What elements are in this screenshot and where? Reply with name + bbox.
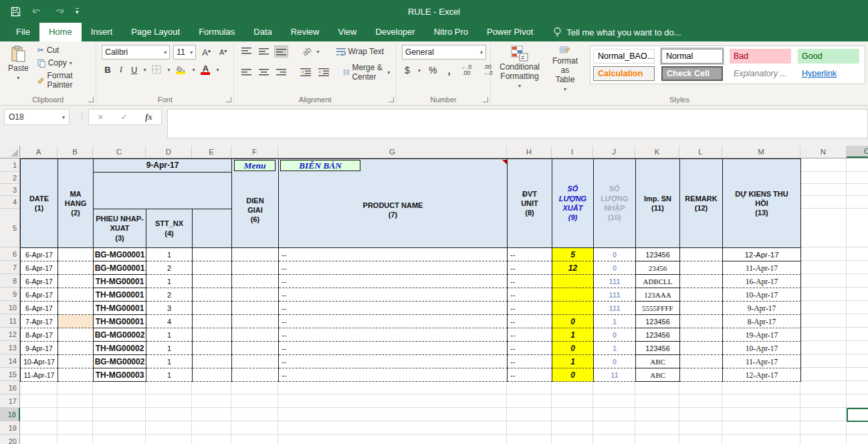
cell-F6[interactable]	[232, 248, 279, 261]
cell-B6[interactable]	[58, 248, 94, 261]
cell-E11[interactable]	[193, 315, 232, 328]
cell-F7[interactable]	[232, 261, 279, 275]
cell-E14[interactable]	[193, 355, 232, 368]
column-header-E[interactable]: E	[192, 146, 231, 158]
cell-E13[interactable]	[193, 342, 232, 355]
cell-C9[interactable]: TH-MG00001	[94, 288, 146, 302]
cell-L15[interactable]	[680, 368, 723, 382]
header-product-name[interactable]: PRODUCT NAME (7)	[279, 173, 508, 248]
cell-D13[interactable]: 1	[146, 342, 193, 355]
cell-C16[interactable]	[93, 381, 146, 395]
cell-L19[interactable]	[679, 421, 722, 435]
cell-B18[interactable]	[58, 408, 93, 421]
header-du-kien-thu-hoi[interactable]: DỰ KIENS THU HỒI (13)	[723, 159, 801, 248]
cell-D6[interactable]: 1	[146, 248, 193, 261]
cell-K18[interactable]	[635, 408, 679, 421]
cell-O2[interactable]	[847, 172, 868, 184]
cell-B14[interactable]	[58, 355, 94, 368]
cell-F8[interactable]	[232, 275, 279, 288]
cell-H15[interactable]: --	[508, 368, 552, 382]
cell-H12[interactable]: --	[508, 328, 552, 342]
cell-K12[interactable]: 123456	[636, 328, 680, 342]
cell-A7[interactable]: 6-Apr-17	[21, 261, 58, 275]
cell-H19[interactable]	[507, 421, 552, 435]
row-header-17[interactable]: 17	[0, 395, 20, 408]
top-align-button[interactable]	[239, 45, 253, 58]
cut-button[interactable]: ✂Cut	[35, 45, 94, 56]
copy-dropdown-arrow[interactable]: ▾	[70, 60, 72, 66]
cell-C15[interactable]: TH-MG00003	[94, 368, 146, 382]
cell-M9[interactable]: 10-Apr-17	[723, 288, 801, 302]
cell-L9[interactable]	[680, 288, 723, 302]
row-header-15[interactable]: 15	[0, 368, 20, 381]
cell-C13[interactable]: TH-MG00002	[94, 342, 146, 355]
cell-G8[interactable]: --	[279, 275, 508, 288]
cell-H9[interactable]: --	[508, 288, 552, 302]
font-size-combo[interactable]: 11▾	[173, 45, 196, 60]
cell-style-explanatory[interactable]: Explanatory ...	[730, 66, 791, 81]
row-header-19[interactable]: 19	[0, 421, 20, 435]
cell-O4[interactable]	[847, 196, 868, 209]
cell-O17[interactable]	[847, 395, 868, 408]
row-header-9[interactable]: 9	[0, 288, 20, 301]
cell-F12[interactable]	[232, 328, 279, 342]
formula-input[interactable]	[167, 109, 868, 138]
cell-style-calculation[interactable]: Calculation	[593, 66, 655, 81]
cell-K10[interactable]: 5555FFFF	[636, 302, 680, 315]
cell-B17[interactable]	[58, 395, 93, 408]
row-header-4[interactable]: 4	[0, 196, 20, 209]
cell-H10[interactable]: --	[508, 302, 552, 315]
cell-K11[interactable]: 123456	[636, 315, 680, 328]
align-right-button[interactable]	[274, 66, 288, 78]
cell-O15[interactable]	[847, 368, 868, 381]
column-header-B[interactable]: B	[58, 146, 93, 158]
redo-icon[interactable]	[53, 7, 65, 16]
format-painter-button[interactable]: Format Painter	[35, 70, 94, 90]
cell-style-check-cell[interactable]: Check Cell	[661, 66, 723, 81]
format-as-table-dropdown-arrow[interactable]: ▾	[564, 86, 566, 92]
cell-M19[interactable]	[722, 421, 800, 435]
cell-H13[interactable]: --	[508, 342, 552, 355]
cell-B20[interactable]	[58, 435, 93, 444]
ribbon-tab-developer[interactable]: Developer	[366, 23, 424, 41]
header-imp-sn[interactable]: Imp. SN (11)	[636, 159, 680, 248]
cell-B19[interactable]	[58, 421, 93, 435]
merge-center-button[interactable]: Merge & Center▾	[342, 62, 392, 82]
cell-K19[interactable]	[635, 421, 679, 435]
cell-M20[interactable]	[722, 435, 800, 444]
cell-D15[interactable]: 1	[146, 368, 193, 382]
cell-style-hyperlink[interactable]: Hyperlink	[798, 66, 859, 81]
cell-style-good[interactable]: Good	[798, 49, 859, 64]
cell-C19[interactable]	[93, 421, 146, 435]
cell-E15[interactable]	[193, 368, 232, 382]
cell-J17[interactable]	[593, 395, 635, 408]
cell-I11[interactable]: 0	[552, 315, 594, 328]
increase-decimal-button[interactable]: ←.0.00	[459, 64, 475, 78]
orientation-dropdown-arrow[interactable]: ▾	[317, 49, 320, 55]
fill-color-button[interactable]	[173, 65, 189, 75]
cell-N11[interactable]	[800, 314, 847, 328]
cell-F11[interactable]	[232, 315, 279, 328]
row-header-18[interactable]: 18	[0, 408, 20, 421]
cell-I7[interactable]: 12	[552, 261, 594, 275]
row-header-6[interactable]: 6	[0, 247, 20, 261]
cell-E19[interactable]	[192, 421, 231, 435]
cell-I17[interactable]	[552, 395, 593, 408]
cell-B8[interactable]	[58, 275, 94, 288]
bottom-align-button[interactable]	[274, 45, 288, 58]
cell-D12[interactable]: 1	[146, 328, 193, 342]
cell-L20[interactable]	[679, 435, 722, 444]
cell-A12[interactable]: 8-Apr-17	[21, 328, 58, 342]
header-date-title[interactable]: 9-Apr-17	[94, 159, 232, 173]
row-header-8[interactable]: 8	[0, 274, 20, 288]
wrap-text-button[interactable]: Wrap Text	[334, 46, 387, 57]
cell-M7[interactable]: 11-Apr-17	[723, 261, 801, 275]
paste-button[interactable]: Paste ▾	[4, 43, 33, 90]
cell-L11[interactable]	[680, 315, 723, 328]
cell-H11[interactable]: --	[508, 315, 552, 328]
fill-color-dropdown-arrow[interactable]: ▾	[192, 67, 195, 73]
cell-O10[interactable]	[847, 301, 868, 314]
font-color-dropdown-arrow[interactable]: ▾	[216, 67, 219, 73]
menu-button[interactable]: Menu	[234, 160, 276, 171]
cell-D10[interactable]: 3	[146, 302, 193, 315]
